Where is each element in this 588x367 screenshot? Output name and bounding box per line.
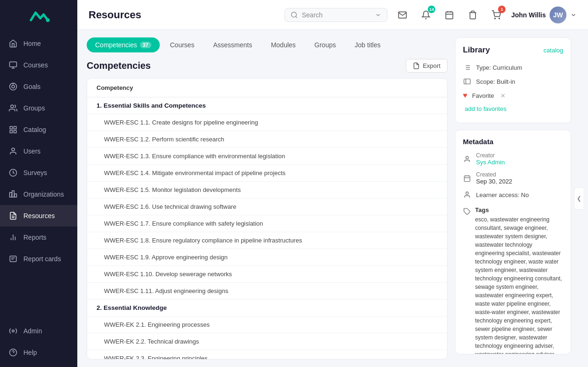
svg-rect-40 bbox=[464, 79, 470, 84]
learner-access-label: Learner access: No bbox=[476, 191, 529, 198]
avatar: JW bbox=[550, 7, 566, 23]
type-row: Type: Curriculum bbox=[463, 60, 563, 74]
calendar-icon bbox=[445, 10, 454, 20]
sidebar-item-help[interactable]: Help bbox=[0, 342, 77, 363]
table-row[interactable]: WWER-ESC 1.5. Monitor legislation develo… bbox=[87, 182, 447, 198]
tags-label: Tags bbox=[475, 206, 563, 213]
sidebar-item-organizations[interactable]: Organizations bbox=[0, 184, 77, 205]
table-row[interactable]: WWER-EK 2.1. Engineering processes bbox=[87, 316, 447, 333]
table-row[interactable]: WWER-EK 2.2. Technical drawings bbox=[87, 333, 447, 350]
table-row[interactable]: WWER-ESC 1.1. Create designs for pipelin… bbox=[87, 114, 447, 131]
collapse-panel-button[interactable]: ❮ bbox=[574, 187, 583, 210]
svg-rect-28 bbox=[446, 12, 453, 19]
sidebar-item-surveys[interactable]: Surveys bbox=[0, 162, 77, 184]
library-title: Library bbox=[463, 45, 490, 55]
created-label: Created bbox=[476, 171, 512, 178]
add-favorites-link[interactable]: add to favorites bbox=[465, 105, 506, 112]
table-row[interactable]: WWER-ESC 1.4. Mitigate environmental imp… bbox=[87, 165, 447, 182]
table-row[interactable]: WWER-ESC 1.3. Ensure compliance with env… bbox=[87, 148, 447, 165]
tab-job-titles[interactable]: Job titles bbox=[346, 37, 389, 52]
metadata-card: Metadata Creator Sys Admin Created bbox=[455, 130, 571, 354]
sidebar-item-resources[interactable]: Resources bbox=[0, 205, 77, 227]
remove-favorite-button[interactable]: ✕ bbox=[500, 92, 506, 99]
svg-point-0 bbox=[46, 18, 50, 22]
search-bar[interactable]: Search bbox=[284, 8, 387, 22]
creator-row: Creator Sys Admin bbox=[463, 149, 563, 169]
table-row[interactable]: WWER-ESC 1.10. Develop sewerage networks bbox=[87, 266, 447, 283]
search-placeholder: Search bbox=[302, 11, 322, 19]
competencies-badge: 37 bbox=[140, 42, 151, 48]
goals-icon bbox=[8, 82, 18, 91]
scope-row: Scope: Built-in bbox=[463, 74, 563, 88]
sidebar-item-label: Reports bbox=[23, 234, 46, 241]
type-label: Type: Curriculum bbox=[476, 64, 522, 71]
learner-access-row: Learner access: No bbox=[463, 188, 563, 202]
table-row[interactable]: 2. Essential Knowledge bbox=[87, 300, 447, 316]
tags-section: Tags esco, wastewater engineering consul… bbox=[463, 206, 563, 354]
sidebar-bottom: Admin Help bbox=[0, 320, 77, 367]
sidebar-item-courses[interactable]: Courses bbox=[0, 54, 77, 76]
calendar-button[interactable] bbox=[441, 7, 458, 23]
creator-name[interactable]: Sys Admin bbox=[476, 159, 505, 166]
logo[interactable] bbox=[0, 0, 77, 33]
sidebar-item-label: Surveys bbox=[23, 169, 47, 176]
main-panel: Competencies 37 Courses Assessments Modu… bbox=[87, 37, 447, 360]
user-menu[interactable]: John Willis JW bbox=[511, 7, 577, 23]
reports-icon bbox=[8, 233, 18, 242]
table-row[interactable]: WWER-ESC 1.6. Use technical drawing soft… bbox=[87, 198, 447, 215]
sidebar-item-catalog[interactable]: Catalog bbox=[0, 119, 77, 140]
tab-assessments[interactable]: Assessments bbox=[205, 37, 261, 52]
svg-point-26 bbox=[291, 12, 297, 17]
sidebar-item-home[interactable]: Home bbox=[0, 33, 77, 54]
sidebar-item-groups[interactable]: Groups bbox=[0, 97, 77, 119]
svg-rect-1 bbox=[10, 62, 17, 67]
notifications-badge: 14 bbox=[428, 6, 435, 13]
header-right: Search 14 1 John Willis JW bbox=[284, 7, 577, 23]
calendar-meta-icon bbox=[463, 174, 471, 183]
table-row[interactable]: 1. Essential Skills and Competences bbox=[87, 97, 447, 114]
tab-courses[interactable]: Courses bbox=[162, 37, 203, 52]
sidebar-item-report-cards[interactable]: Report cards bbox=[0, 248, 77, 270]
sidebar-item-label: Report cards bbox=[23, 255, 61, 263]
tab-groups[interactable]: Groups bbox=[306, 37, 344, 52]
sidebar: Home Courses Goals Groups Catalog bbox=[0, 0, 77, 367]
export-icon bbox=[413, 62, 420, 69]
created-row: Created Sep 30, 2022 bbox=[463, 169, 563, 188]
mail-icon bbox=[398, 10, 407, 20]
notifications-button[interactable]: 14 bbox=[417, 7, 434, 23]
sidebar-item-label: Admin bbox=[23, 327, 42, 335]
table-row[interactable]: WWER-ESC 1.9. Approve engineering design bbox=[87, 249, 447, 266]
favorite-row: ♥ Favorite ✕ bbox=[463, 88, 563, 103]
cart-badge: 1 bbox=[498, 6, 506, 13]
svg-rect-9 bbox=[10, 131, 12, 133]
admin-icon bbox=[8, 326, 18, 336]
svg-point-33 bbox=[499, 18, 500, 19]
chevron-down-icon bbox=[375, 12, 381, 18]
sidebar-item-goals[interactable]: Goals bbox=[0, 76, 77, 97]
export-button[interactable]: Export bbox=[406, 59, 447, 73]
catalog-link[interactable]: catalog bbox=[543, 47, 563, 54]
metadata-title: Metadata bbox=[463, 138, 563, 146]
organizations-icon bbox=[8, 190, 18, 199]
table-row[interactable]: WWER-ESC 1.2. Perform scientific researc… bbox=[87, 131, 447, 148]
table-row[interactable]: WWER-ESC 1.11. Adjust engineering design… bbox=[87, 283, 447, 300]
catalog-icon bbox=[8, 125, 18, 134]
sidebar-item-label: Goals bbox=[23, 83, 41, 90]
table-row[interactable]: WWER-ESC 1.7. Ensure compliance with saf… bbox=[87, 215, 447, 232]
tabs-bar: Competencies 37 Courses Assessments Modu… bbox=[87, 37, 447, 52]
tag-icon bbox=[463, 207, 471, 216]
tab-competencies[interactable]: Competencies 37 bbox=[87, 37, 160, 52]
mail-button[interactable] bbox=[394, 7, 411, 23]
created-date: Sep 30, 2022 bbox=[476, 178, 512, 185]
tab-modules[interactable]: Modules bbox=[262, 37, 304, 52]
sidebar-item-reports[interactable]: Reports bbox=[0, 227, 77, 248]
trash-button[interactable] bbox=[464, 7, 481, 23]
table-row[interactable]: WWER-ESC 1.8. Ensure regulatory complian… bbox=[87, 232, 447, 249]
user-chevron-icon bbox=[570, 12, 577, 18]
sidebar-item-users[interactable]: Users bbox=[0, 140, 77, 162]
table-row[interactable]: WWER-EK 2.3. Engineering principles bbox=[87, 350, 447, 360]
svg-point-32 bbox=[495, 18, 496, 19]
cart-button[interactable]: 1 bbox=[488, 7, 505, 23]
svg-point-5 bbox=[11, 105, 14, 108]
sidebar-item-admin[interactable]: Admin bbox=[0, 320, 77, 342]
